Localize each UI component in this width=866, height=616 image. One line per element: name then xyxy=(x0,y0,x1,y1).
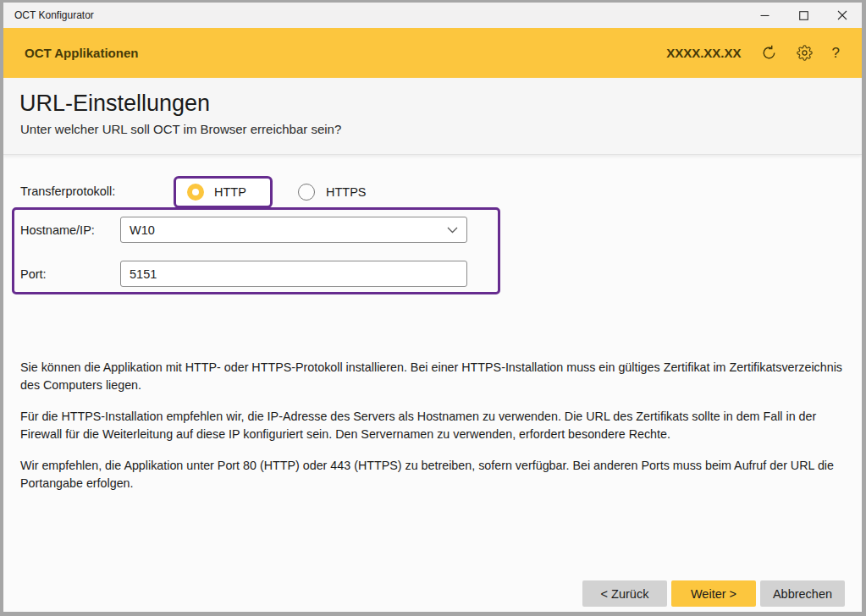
header-actions: XXXX.XX.XX ? xyxy=(666,45,862,62)
info-paragraph-protocol: Sie können die Applikation mit HTTP- ode… xyxy=(20,359,848,394)
gear-icon xyxy=(797,45,813,61)
hostname-label: Hostname/IP: xyxy=(20,223,120,237)
app-title: OCT Applikationen xyxy=(3,46,666,60)
refresh-icon xyxy=(761,45,777,61)
protocol-highlight-frame: HTTP xyxy=(174,176,273,208)
host-port-highlight-frame: Hostname/IP: W10 Port: xyxy=(12,207,500,294)
back-button[interactable]: < Zurück xyxy=(582,580,667,607)
hostname-combobox[interactable]: W10 xyxy=(120,217,467,243)
settings-button[interactable] xyxy=(797,45,813,61)
port-row: Port: xyxy=(20,261,467,287)
radio-selected-dot xyxy=(192,189,199,195)
page-heading-section: URL-Einstellungen Unter welcher URL soll… xyxy=(3,78,862,155)
radio-http[interactable] xyxy=(187,184,204,201)
hostname-value: W10 xyxy=(130,223,155,237)
port-input[interactable] xyxy=(120,261,467,287)
window-body: OCT Konfigurator OCT Applikationen XXXX.… xyxy=(3,3,862,612)
version-label: XXXX.XX.XX xyxy=(666,46,741,60)
window-title: OCT Konfigurator xyxy=(3,9,745,21)
maximize-button[interactable] xyxy=(784,3,823,28)
app-header: OCT Applikationen XXXX.XX.XX ? xyxy=(3,28,862,78)
minimize-button[interactable] xyxy=(745,3,784,28)
cancel-button[interactable]: Abbrechen xyxy=(760,580,845,607)
transfer-protocol-label: Transferprotokoll: xyxy=(20,184,115,198)
radio-http-label[interactable]: HTTP xyxy=(214,185,246,199)
info-text: Sie können die Applikation mit HTTP- ode… xyxy=(20,359,848,506)
hostname-row: Hostname/IP: W10 xyxy=(20,217,467,243)
maximize-icon xyxy=(799,11,808,20)
close-icon xyxy=(837,10,847,20)
page-title: URL-Einstellungen xyxy=(19,91,210,117)
window-controls xyxy=(745,3,862,28)
minimize-icon xyxy=(760,11,769,20)
app-window: OCT Konfigurator OCT Applikationen XXXX.… xyxy=(0,0,866,616)
radio-https[interactable] xyxy=(298,184,315,201)
refresh-button[interactable] xyxy=(761,45,777,61)
port-label: Port: xyxy=(20,267,120,281)
next-button[interactable]: Weiter > xyxy=(671,580,756,607)
protocol-option-https: HTTPS xyxy=(298,184,367,201)
radio-https-label[interactable]: HTTPS xyxy=(326,185,367,199)
help-button[interactable]: ? xyxy=(832,45,840,62)
info-paragraph-https-recommendation: Für die HTTPS-Installation empfehlen wir… xyxy=(20,408,848,443)
window-titlebar: OCT Konfigurator xyxy=(3,3,862,28)
content-area: Transferprotokoll: HTTP HTTPS Hostname/I… xyxy=(3,156,862,612)
page-subtitle: Unter welcher URL soll OCT im Browser er… xyxy=(20,122,341,136)
chevron-down-icon[interactable] xyxy=(447,227,458,234)
info-paragraph-ports: Wir empfehlen, die Applikation unter Por… xyxy=(20,457,848,492)
close-button[interactable] xyxy=(823,3,862,28)
